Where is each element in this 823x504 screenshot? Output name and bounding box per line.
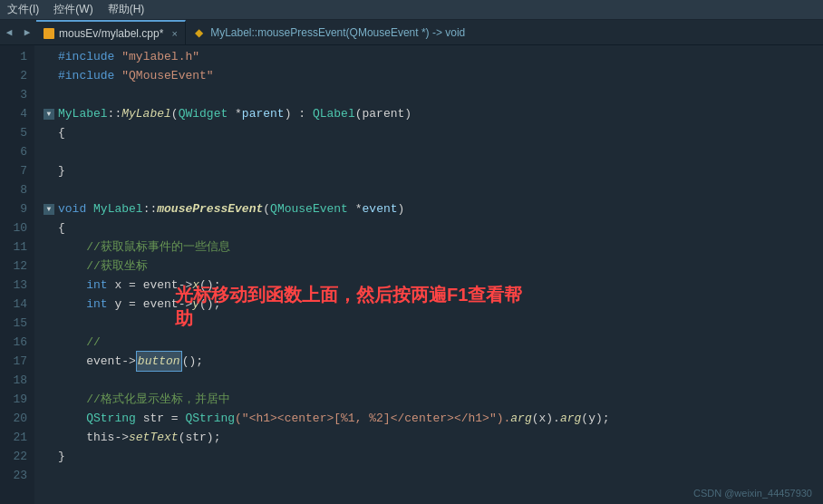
line-number: 4	[0, 104, 27, 123]
code-line: int y = event->y();	[44, 295, 823, 314]
active-tab[interactable]: mousEv/mylabel.cpp* ×	[36, 20, 186, 44]
code-line	[44, 85, 823, 104]
code-token: QString	[185, 409, 235, 428]
code-token: ();	[199, 295, 220, 314]
code-token: //获取鼠标事件的一些信息	[58, 237, 230, 257]
code-token: (x).	[532, 409, 560, 428]
code-token	[86, 199, 93, 218]
tab-file-icon	[44, 28, 54, 39]
line-number: 21	[0, 428, 27, 447]
line-number: 3	[0, 85, 27, 104]
menu-file[interactable]: 文件(I)	[7, 2, 39, 17]
code-token	[58, 295, 86, 314]
menu-control[interactable]: 控件(W)	[53, 2, 92, 17]
code-token: )	[398, 199, 405, 218]
code-line	[44, 371, 823, 390]
code-token	[58, 409, 86, 428]
code-token: this->	[58, 428, 129, 447]
code-token: MyLabel	[58, 104, 108, 123]
code-token: {	[58, 123, 65, 142]
code-line: //获取坐标	[44, 257, 823, 276]
line-number: 22	[0, 447, 27, 466]
code-line: ▼void MyLabel::mousePressEvent(QMouseEve…	[44, 199, 823, 218]
code-token: //格式化显示坐标，并居中	[58, 390, 230, 409]
line-numbers: 1234567891011121314151617181920212223	[0, 45, 34, 504]
code-line: }	[44, 161, 823, 180]
code-token: //	[58, 333, 101, 352]
code-token: #include	[58, 66, 114, 85]
code-token: ) :	[285, 104, 313, 123]
tabbar: ◀ ▶ mousEv/mylabel.cpp* × ◆ MyLabel::mou…	[0, 20, 823, 45]
tab-nav-next[interactable]: ▶	[18, 20, 36, 44]
line-number: 1	[0, 47, 27, 66]
code-token	[114, 66, 121, 85]
code-line	[44, 142, 823, 161]
code-token: *	[348, 199, 363, 218]
code-token: ::	[108, 104, 122, 123]
line-number: 7	[0, 161, 27, 180]
code-token: button	[136, 351, 182, 372]
line-number: 10	[0, 218, 27, 237]
line-number: 2	[0, 66, 27, 85]
code-line: int x = event->x();	[44, 276, 823, 295]
code-line: //格式化显示坐标，并居中	[44, 390, 823, 409]
code-token: (str);	[179, 428, 221, 447]
code-token: x = event->	[108, 276, 193, 295]
code-token: (	[171, 104, 179, 123]
code-line: this->setText(str);	[44, 428, 823, 447]
code-token	[58, 276, 86, 295]
code-line: //获取鼠标事件的一些信息	[44, 237, 823, 257]
code-line: #include "mylabel.h"	[44, 47, 823, 66]
code-token: QMouseEvent	[270, 199, 348, 218]
fold-indicator[interactable]: ▼	[44, 109, 54, 120]
line-number: 11	[0, 237, 27, 257]
tab-close-button[interactable]: ×	[171, 28, 177, 39]
code-token: }	[58, 161, 65, 180]
code-token: y	[192, 295, 199, 314]
code-token: QLabel	[313, 104, 355, 123]
line-number: 9	[0, 199, 27, 218]
code-token: ();	[182, 352, 203, 371]
code-token: event->	[58, 352, 136, 371]
code-token: setText	[129, 428, 179, 447]
code-token: arg	[510, 409, 531, 428]
code-token: QString	[86, 409, 136, 428]
code-line: {	[44, 218, 823, 237]
fold-indicator[interactable]: ▼	[44, 204, 54, 215]
watermark: CSDN @weixin_44457930	[693, 488, 812, 499]
code-token: int	[86, 276, 107, 295]
code-token: (	[263, 199, 270, 218]
code-token: "mylabel.h"	[121, 47, 199, 66]
line-number: 14	[0, 295, 27, 314]
editor-area: 1234567891011121314151617181920212223 #i…	[0, 45, 823, 504]
code-content[interactable]: #include "mylabel.h"#include "QMouseEven…	[34, 45, 823, 504]
code-token: event	[363, 199, 398, 218]
code-line: {	[44, 123, 823, 142]
code-line: }	[44, 447, 823, 466]
code-line: //	[44, 333, 823, 352]
code-token: ("<h1><center>[%1, %2]</center></h1>").	[235, 409, 510, 428]
tab-nav-prev[interactable]: ◀	[0, 20, 18, 44]
line-number: 13	[0, 276, 27, 295]
code-token: {	[58, 218, 65, 237]
code-token: str =	[136, 409, 186, 428]
line-number: 5	[0, 123, 27, 142]
code-token: MyLabel	[93, 199, 143, 218]
code-token	[114, 47, 121, 66]
code-token: (y);	[581, 409, 609, 428]
code-token: y = event->	[108, 295, 193, 314]
code-line	[44, 314, 823, 333]
line-number: 16	[0, 333, 27, 352]
line-number: 12	[0, 257, 27, 276]
line-number: 8	[0, 180, 27, 199]
menu-help[interactable]: 帮助(H)	[108, 2, 145, 17]
code-token: void	[58, 199, 86, 218]
code-token: arg	[560, 409, 581, 428]
code-line	[44, 180, 823, 199]
code-token: //获取坐标	[58, 257, 148, 276]
code-token: }	[58, 447, 65, 466]
code-token: x	[192, 276, 199, 295]
code-token: parent	[242, 104, 285, 123]
breadcrumb-bar: ◆ MyLabel::mousePressEvent(QMouseEvent *…	[186, 20, 823, 44]
code-token: "QMouseEvent"	[121, 66, 213, 85]
